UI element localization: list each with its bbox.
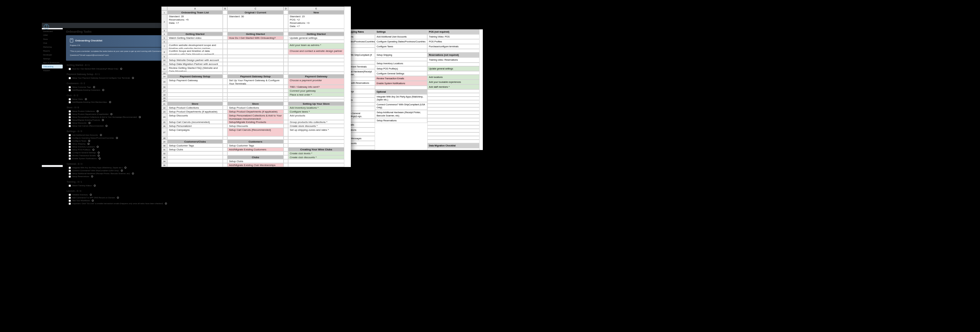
cell[interactable] bbox=[288, 66, 344, 72]
col-header[interactable]: A bbox=[167, 6, 223, 10]
row-header[interactable]: 33 bbox=[161, 155, 167, 159]
sidebar-item-support[interactable]: Support bbox=[42, 68, 63, 73]
cell[interactable] bbox=[288, 139, 344, 144]
cell[interactable] bbox=[228, 62, 283, 66]
sidebar-item-apps-extensions[interactable]: Apps & Extensions bbox=[42, 61, 63, 65]
cell[interactable] bbox=[223, 62, 228, 66]
cell[interactable] bbox=[288, 40, 344, 43]
cell[interactable]: Add inventory locations * bbox=[288, 106, 344, 109]
task-checkbox[interactable] bbox=[68, 143, 71, 145]
sidebar-item-onboarding[interactable]: Onboarding bbox=[42, 65, 63, 68]
cell[interactable] bbox=[283, 147, 288, 151]
cell[interactable]: Setup Product Departments (if applicable… bbox=[167, 109, 223, 114]
cell[interactable] bbox=[228, 29, 283, 32]
cell[interactable] bbox=[223, 43, 228, 49]
cell[interactable]: Setup Customer Tags bbox=[228, 144, 283, 147]
cell[interactable] bbox=[283, 99, 288, 102]
cell[interactable] bbox=[288, 163, 344, 167]
cell[interactable]: Setting Up Your Store bbox=[288, 102, 344, 106]
row-header[interactable]: 17 bbox=[161, 89, 167, 93]
cell[interactable] bbox=[223, 102, 228, 106]
info-icon[interactable]: i bbox=[116, 137, 118, 139]
cell[interactable] bbox=[288, 136, 344, 139]
task-checkbox[interactable] bbox=[68, 101, 71, 103]
info-icon[interactable]: i bbox=[117, 197, 119, 199]
task-checkbox[interactable] bbox=[68, 197, 71, 199]
cell[interactable] bbox=[167, 151, 223, 155]
cell[interactable] bbox=[223, 144, 228, 147]
cell[interactable]: Standard: 35 Reservations: +5 Data: +7 bbox=[167, 14, 223, 29]
info-icon[interactable]: i bbox=[90, 194, 92, 196]
task-checkbox[interactable] bbox=[68, 110, 71, 112]
cell[interactable] bbox=[223, 136, 228, 139]
task-checkbox[interactable] bbox=[68, 167, 71, 169]
cell[interactable] bbox=[288, 55, 344, 58]
cell[interactable]: Create store discounts * bbox=[288, 124, 344, 128]
cell[interactable] bbox=[228, 85, 283, 89]
cell[interactable] bbox=[228, 151, 283, 155]
cell[interactable]: Setup Product Collections bbox=[167, 106, 223, 109]
info-icon[interactable]: i bbox=[99, 158, 100, 160]
cell[interactable] bbox=[167, 163, 223, 167]
cell[interactable] bbox=[283, 120, 288, 124]
cell[interactable]: Setup Website Design partner with accoun… bbox=[167, 58, 223, 62]
cell[interactable]: Original / Current bbox=[228, 10, 283, 14]
task-checkbox[interactable] bbox=[68, 185, 71, 187]
cell[interactable] bbox=[283, 62, 288, 66]
cell[interactable] bbox=[283, 155, 288, 159]
cell[interactable] bbox=[283, 32, 288, 36]
col-header[interactable]: E bbox=[288, 6, 344, 10]
cell[interactable]: Standard: 15 POS: +2 Reservations: +3 Da… bbox=[288, 14, 344, 29]
cell[interactable] bbox=[223, 74, 228, 78]
cell[interactable]: Setup Product Collections bbox=[228, 106, 283, 109]
info-icon[interactable]: i bbox=[98, 152, 100, 153]
task-checkbox[interactable] bbox=[68, 134, 71, 136]
sidebar-item-settings[interactable]: Settings bbox=[42, 57, 63, 61]
cell[interactable] bbox=[223, 139, 228, 144]
row-header[interactable]: 34 bbox=[161, 159, 167, 163]
cell[interactable]: Create club discounts * bbox=[288, 155, 344, 159]
row-header[interactable]: 28 bbox=[161, 136, 167, 139]
task-checkbox[interactable] bbox=[68, 98, 71, 100]
cell[interactable]: Setup Personalized Collections & Add to … bbox=[228, 114, 283, 120]
task-checkbox[interactable] bbox=[68, 199, 71, 202]
cell[interactable] bbox=[223, 109, 228, 114]
cell[interactable]: Setup/Migrate Existing Products bbox=[228, 120, 283, 124]
cell[interactable]: Setup Product Departments (if applicable… bbox=[228, 109, 283, 114]
cell[interactable]: Add/Migrate Existing Club Memberships bbox=[228, 163, 283, 167]
cell[interactable]: Creating Your Wine Clubs bbox=[288, 147, 344, 151]
cell[interactable]: Configure taxes * bbox=[288, 109, 344, 114]
cell[interactable] bbox=[283, 14, 288, 29]
cell[interactable] bbox=[223, 29, 228, 32]
cell[interactable]: Confirm Scope and timeline of data migra… bbox=[167, 49, 223, 55]
task-checkbox[interactable] bbox=[68, 194, 71, 196]
info-icon[interactable]: i bbox=[121, 169, 123, 172]
cell[interactable]: Update general settings bbox=[288, 36, 344, 40]
cell[interactable] bbox=[223, 72, 228, 74]
info-icon[interactable]: i bbox=[94, 185, 96, 187]
cell[interactable] bbox=[283, 66, 288, 72]
cell[interactable] bbox=[228, 89, 283, 93]
cell[interactable] bbox=[228, 99, 283, 102]
cell[interactable]: Setup Customer Tags bbox=[167, 144, 223, 147]
cell[interactable] bbox=[223, 128, 228, 136]
cell[interactable]: Setup Clubs bbox=[167, 147, 223, 151]
cell[interactable]: Setup Personalized Collections(recommend… bbox=[167, 124, 223, 128]
row-header[interactable]: 11 bbox=[161, 62, 167, 66]
row-header[interactable]: 31 bbox=[161, 147, 167, 151]
task-checkbox[interactable] bbox=[68, 140, 71, 142]
cell[interactable] bbox=[283, 128, 288, 136]
cell[interactable] bbox=[228, 72, 283, 74]
task-checkbox[interactable] bbox=[68, 122, 71, 124]
cell[interactable] bbox=[288, 72, 344, 74]
cell[interactable]: Payment Gateway Setup bbox=[228, 74, 283, 78]
cell[interactable] bbox=[223, 58, 228, 62]
cell[interactable] bbox=[288, 159, 344, 163]
cell[interactable]: Store bbox=[228, 102, 283, 106]
sidebar-item-store[interactable]: Store bbox=[42, 37, 63, 41]
row-header[interactable]: 35 bbox=[161, 163, 167, 167]
cell[interactable] bbox=[283, 163, 288, 167]
cell[interactable] bbox=[283, 114, 288, 120]
info-icon[interactable]: i bbox=[110, 113, 112, 115]
cell[interactable]: Payment Gateway Setup bbox=[167, 74, 223, 78]
